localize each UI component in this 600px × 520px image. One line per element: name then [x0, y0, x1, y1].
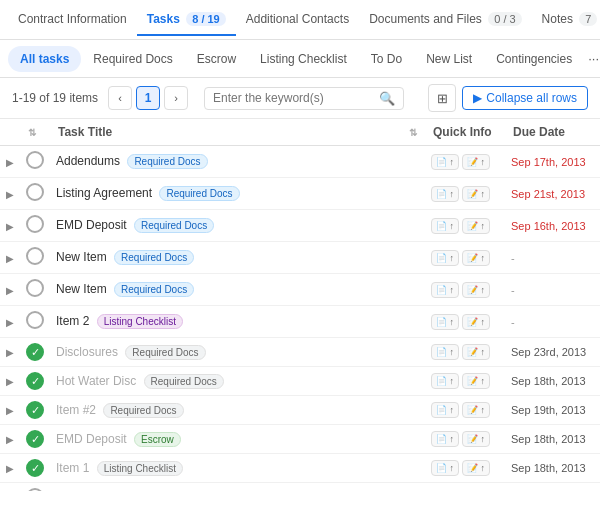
- qi-doc-button[interactable]: 📄 ↑: [431, 154, 459, 170]
- row-check[interactable]: [20, 274, 50, 306]
- qi-doc-button[interactable]: 📄 ↑: [431, 431, 459, 447]
- row-check[interactable]: [20, 178, 50, 210]
- row-due-date: Sep 18th, 2013: [505, 425, 600, 454]
- check-icon[interactable]: [26, 311, 44, 329]
- row-expand[interactable]: ▶: [0, 242, 20, 274]
- check-icon[interactable]: ✓: [26, 430, 44, 448]
- check-icon[interactable]: [26, 215, 44, 233]
- expand-icon[interactable]: ▶: [6, 189, 14, 200]
- table-row: ▶ ✓ Item #2 Required Docs 📄 ↑ 📝 ↑ Sep 19…: [0, 396, 600, 425]
- tab-notes[interactable]: Notes 7: [532, 4, 600, 36]
- row-task-title: Item 1 Listing Checklist: [50, 454, 401, 483]
- row-check[interactable]: [20, 483, 50, 492]
- expand-icon[interactable]: ▶: [6, 285, 14, 296]
- qi-note-button[interactable]: 📝 ↑: [462, 491, 490, 492]
- row-check[interactable]: [20, 242, 50, 274]
- qi-doc-button[interactable]: 📄 ↑: [431, 250, 459, 266]
- row-check[interactable]: [20, 210, 50, 242]
- row-check[interactable]: ✓: [20, 367, 50, 396]
- qi-doc-button[interactable]: 📄 ↑: [431, 344, 459, 360]
- tab-contract-info[interactable]: Contract Information: [8, 4, 137, 36]
- filter-to-do[interactable]: To Do: [359, 46, 414, 72]
- sort-icon-qi[interactable]: ⇅: [409, 127, 417, 138]
- row-expand[interactable]: ▶: [0, 396, 20, 425]
- toolbar: 1-19 of 19 items ‹ 1 › 🔍 ⊞ ▶ Collapse al…: [0, 78, 600, 119]
- row-check[interactable]: ✓: [20, 454, 50, 483]
- row-expand[interactable]: ▶: [0, 338, 20, 367]
- qi-note-button[interactable]: 📝 ↑: [462, 282, 490, 298]
- check-icon[interactable]: ✓: [26, 459, 44, 477]
- filter-escrow[interactable]: Escrow: [185, 46, 248, 72]
- row-due-date: -: [505, 306, 600, 338]
- row-check[interactable]: [20, 306, 50, 338]
- row-expand[interactable]: ▶: [0, 178, 20, 210]
- filter-contingencies[interactable]: Contingencies: [484, 46, 584, 72]
- expand-icon[interactable]: ▶: [6, 317, 14, 328]
- qi-doc-button[interactable]: 📄 ↑: [431, 373, 459, 389]
- qi-note-button[interactable]: 📝 ↑: [462, 314, 490, 330]
- task-tag: Escrow: [134, 432, 181, 447]
- prev-page-button[interactable]: ‹: [108, 86, 132, 110]
- row-check[interactable]: ✓: [20, 396, 50, 425]
- qi-note-button[interactable]: 📝 ↑: [462, 460, 490, 476]
- sort-icon-check[interactable]: ⇅: [28, 127, 36, 138]
- qi-doc-button[interactable]: 📄 ↑: [431, 186, 459, 202]
- expand-icon[interactable]: ▶: [6, 221, 14, 232]
- row-expand[interactable]: ▶: [0, 367, 20, 396]
- qi-note-button[interactable]: 📝 ↑: [462, 186, 490, 202]
- check-icon[interactable]: [26, 488, 44, 491]
- next-page-button[interactable]: ›: [164, 86, 188, 110]
- row-expand[interactable]: ▶: [0, 483, 20, 492]
- tab-additional-contacts[interactable]: Additional Contacts: [236, 4, 359, 36]
- expand-icon[interactable]: ▶: [6, 253, 14, 264]
- qi-note-button[interactable]: 📝 ↑: [462, 402, 490, 418]
- check-icon[interactable]: [26, 151, 44, 169]
- row-check[interactable]: ✓: [20, 425, 50, 454]
- row-task-title: Listing Agreement Required Docs: [50, 178, 401, 210]
- quick-info-icons: 📄 ↑ 📝 ↑: [431, 314, 499, 330]
- qi-note-button[interactable]: 📝 ↑: [462, 344, 490, 360]
- expand-icon[interactable]: ▶: [6, 434, 14, 445]
- row-check[interactable]: [20, 146, 50, 178]
- qi-note-button[interactable]: 📝 ↑: [462, 154, 490, 170]
- check-icon[interactable]: [26, 183, 44, 201]
- qi-note-button[interactable]: 📝 ↑: [462, 373, 490, 389]
- print-button[interactable]: ⊞: [428, 84, 456, 112]
- row-expand[interactable]: ▶: [0, 274, 20, 306]
- row-check[interactable]: ✓: [20, 338, 50, 367]
- qi-note-button[interactable]: 📝 ↑: [462, 218, 490, 234]
- qi-note-button[interactable]: 📝 ↑: [462, 431, 490, 447]
- expand-icon[interactable]: ▶: [6, 157, 14, 168]
- qi-doc-button[interactable]: 📄 ↑: [431, 491, 459, 492]
- expand-icon[interactable]: ▶: [6, 347, 14, 358]
- qi-doc-button[interactable]: 📄 ↑: [431, 314, 459, 330]
- check-icon[interactable]: ✓: [26, 401, 44, 419]
- expand-icon[interactable]: ▶: [6, 376, 14, 387]
- row-expand[interactable]: ▶: [0, 454, 20, 483]
- qi-doc-button[interactable]: 📄 ↑: [431, 460, 459, 476]
- row-expand[interactable]: ▶: [0, 210, 20, 242]
- check-icon[interactable]: [26, 247, 44, 265]
- qi-doc-button[interactable]: 📄 ↑: [431, 402, 459, 418]
- qi-doc-button[interactable]: 📄 ↑: [431, 282, 459, 298]
- filter-new-list[interactable]: New List: [414, 46, 484, 72]
- filter-required-docs[interactable]: Required Docs: [81, 46, 184, 72]
- expand-icon[interactable]: ▶: [6, 405, 14, 416]
- collapse-all-button[interactable]: ▶ Collapse all rows: [462, 86, 588, 110]
- filter-all-tasks[interactable]: All tasks: [8, 46, 81, 72]
- qi-doc-button[interactable]: 📄 ↑: [431, 218, 459, 234]
- task-name: Hot Water Disc: [56, 374, 136, 388]
- row-expand[interactable]: ▶: [0, 425, 20, 454]
- expand-icon[interactable]: ▶: [6, 463, 14, 474]
- check-icon[interactable]: ✓: [26, 372, 44, 390]
- filter-more-button[interactable]: ···: [584, 45, 600, 72]
- tab-documents-files[interactable]: Documents and Files 0 / 3: [359, 4, 531, 36]
- search-input[interactable]: [213, 91, 379, 105]
- filter-listing-checklist[interactable]: Listing Checklist: [248, 46, 359, 72]
- check-icon[interactable]: ✓: [26, 343, 44, 361]
- row-expand[interactable]: ▶: [0, 146, 20, 178]
- check-icon[interactable]: [26, 279, 44, 297]
- tab-tasks[interactable]: Tasks 8 / 19: [137, 4, 236, 36]
- qi-note-button[interactable]: 📝 ↑: [462, 250, 490, 266]
- row-expand[interactable]: ▶: [0, 306, 20, 338]
